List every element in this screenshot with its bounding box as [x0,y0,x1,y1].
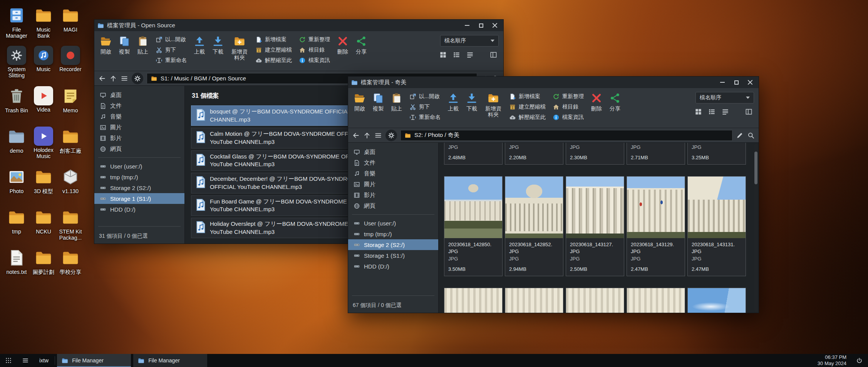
taskbar-menu-button[interactable] [17,354,34,367]
view-pane-button[interactable] [490,51,497,58]
start-button[interactable] [0,354,17,367]
edit-path-button[interactable] [736,132,744,139]
photo-cell[interactable]: .JPGJPG2.48MB [444,143,503,165]
open-button[interactable]: 開啟 [351,90,368,114]
clock[interactable]: 06:37 PM 30 May 2024 [814,354,850,367]
desktop-icon-videa[interactable]: Videa [30,86,57,127]
desktop-icon-maker-factory[interactable]: 創客工廠 [57,127,84,167]
sidebar-item-drive-user[interactable]: User (user:/) [348,218,438,229]
settings-button[interactable] [385,130,397,141]
photo-cell[interactable] [627,288,685,313]
desktop-icon-trash-bin[interactable]: Trash Bin [3,86,30,127]
photo-cell[interactable]: .JPGJPG2.30MB [566,143,624,165]
desktop-icon-music[interactable]: Music [30,46,57,86]
sidebar-item-music[interactable]: 音樂 [348,168,438,179]
back-button[interactable] [352,132,360,139]
sidebar-item-drive-tmp[interactable]: tmp (tmp:/) [348,229,438,239]
desktop-icon-demo[interactable]: demo [3,127,30,167]
create-archive-button[interactable]: 建立壓縮檔 [253,45,295,55]
photo-cell[interactable] [444,288,503,313]
photo-cell[interactable]: .JPGJPG2.20MB [505,143,563,165]
desktop-icon-stem-kit[interactable]: STEM Kit Packag... [57,207,84,248]
desktop-icon-dream-plan[interactable]: 圖夢計劃 [30,248,57,288]
view-details-button[interactable] [722,108,729,115]
desktop-icon-notes-txt[interactable]: notes.txt [3,248,30,288]
copy-button[interactable]: 複製 [116,33,133,57]
paste-button[interactable]: 貼上 [134,33,151,57]
download-button[interactable]: 下載 [463,90,480,114]
extract-here-button[interactable]: 解壓縮至此 [506,112,548,122]
close-button[interactable] [743,77,757,88]
sidebar-item-web[interactable]: 網頁 [94,143,184,154]
sidebar-item-documents[interactable]: 文件 [94,100,184,111]
create-archive-button[interactable]: 建立壓縮檔 [506,102,548,112]
upload-button[interactable]: 上載 [191,33,208,57]
sidebar-item-drive-hdd[interactable]: HDD (D:/) [348,261,438,272]
up-button[interactable] [363,132,371,139]
new-folder-button[interactable]: 新增資料夾 [228,33,251,63]
photo-cell[interactable]: 20230618_142852.JPGJPG2.94MB [505,176,563,276]
desktop-icon-music-bank[interactable]: Music Bank [30,5,57,46]
up-button[interactable] [109,75,117,82]
sidebar-item-videos[interactable]: 影片 [94,133,184,143]
open-with-button[interactable]: 以...開啟 [407,92,443,102]
desktop-icon-ncku[interactable]: NCKU [30,207,57,248]
share-button[interactable]: 分享 [607,90,623,114]
sidebar-item-desktop[interactable]: 桌面 [94,90,184,100]
new-folder-button[interactable]: 新增資料夾 [482,90,505,120]
desktop-icon-memo[interactable]: Memo [57,86,84,127]
sidebar-item-desktop[interactable]: 桌面 [348,147,438,157]
sidebar-item-drive-storage2[interactable]: Storage 2 (S2:/) [348,239,438,250]
maximize-button[interactable] [474,20,488,31]
menu-button[interactable] [374,132,382,139]
cut-button[interactable]: 剪下 [407,102,443,112]
taskbar-app-file-manager-1[interactable]: File Manager [57,354,131,367]
paste-button[interactable]: 貼上 [388,90,405,114]
delete-button[interactable]: 刪除 [334,33,351,57]
sidebar-item-drive-hdd[interactable]: HDD (D:/) [94,204,184,215]
address-bar[interactable]: S2: / Photo / 奇美 [400,130,732,141]
scrollbar-thumb[interactable] [754,152,757,184]
settings-button[interactable] [132,73,143,84]
power-button[interactable] [850,354,868,367]
minimize-button[interactable] [460,20,474,31]
download-button[interactable]: 下載 [209,33,226,57]
new-file-button[interactable]: 新增檔案 [506,92,548,102]
sidebar-item-web[interactable]: 網頁 [348,200,438,211]
photo-cell[interactable] [687,288,746,313]
sidebar-item-drive-tmp[interactable]: tmp (tmp:/) [94,172,184,182]
desktop-icon-holodex-music[interactable]: Holodex Music [30,127,57,167]
open-with-button[interactable]: 以...開啟 [153,35,189,45]
view-pane-button[interactable] [745,108,752,115]
rename-button[interactable]: 重新命名 [407,112,443,122]
desktop-icon-file-manager[interactable]: File Manager [3,5,30,46]
photo-cell[interactable] [505,288,563,313]
sidebar-item-pictures[interactable]: 圖片 [348,179,438,190]
view-grid-button[interactable] [695,108,702,115]
sort-dropdown[interactable]: 檔名順序 [695,92,754,103]
view-details-button[interactable] [466,51,474,58]
desktop-icon-3d-models[interactable]: 3D 模型 [30,167,57,207]
copy-button[interactable]: 複製 [370,90,387,114]
photo-cell[interactable]: 20230618_143129.JPGJPG2.47MB [627,176,685,276]
cut-button[interactable]: 剪下 [153,45,189,55]
desktop-icon-magi[interactable]: MAGI [57,5,84,46]
desktop-icon-photo[interactable]: Photo [3,167,30,207]
delete-button[interactable]: 刪除 [588,90,605,114]
photo-cell[interactable]: 20230618_143127.JPGJPG2.50MB [566,176,624,276]
view-list-button[interactable] [708,108,716,115]
maximize-button[interactable] [729,77,743,88]
back-button[interactable] [98,75,106,82]
photo-cell[interactable]: .JPGJPG3.25MB [687,143,746,165]
file-info-button[interactable]: 檔案資訊 [550,112,586,122]
desktop-icon-tmp[interactable]: tmp [3,207,30,248]
share-button[interactable]: 分享 [353,33,370,57]
sidebar-item-drive-storage2[interactable]: Storage 2 (S2:/) [94,182,184,193]
taskbar-app-file-manager-2[interactable]: File Manager [133,354,207,367]
sidebar-item-videos[interactable]: 影片 [348,190,438,200]
search-button[interactable] [747,132,755,139]
view-grid-button[interactable] [439,51,447,58]
sidebar-item-drive-user[interactable]: User (user:/) [94,161,184,172]
extract-here-button[interactable]: 解壓縮至此 [253,55,295,65]
sidebar-item-pictures[interactable]: 圖片 [94,122,184,133]
